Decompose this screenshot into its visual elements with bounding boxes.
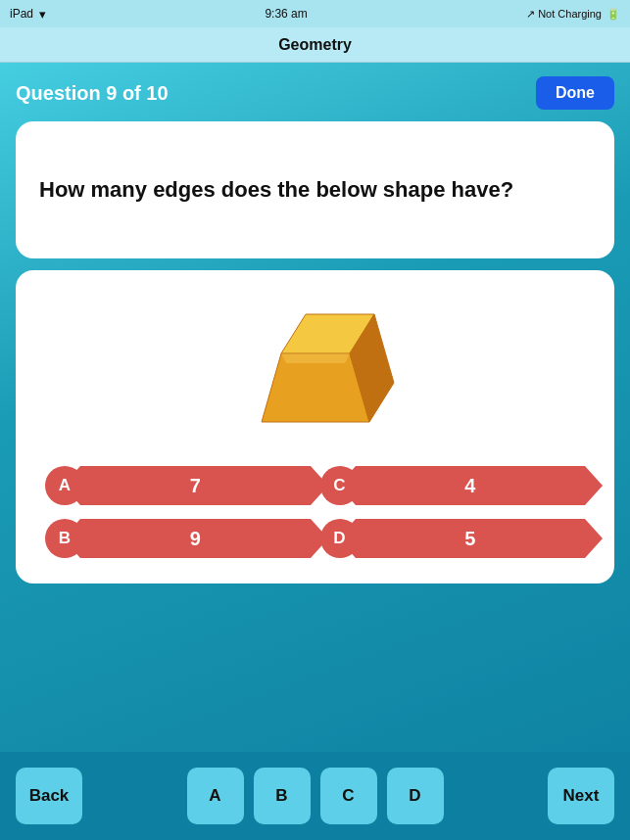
- geometry-shape: [232, 295, 399, 442]
- wifi-icon: ▾: [39, 7, 46, 22]
- option-b-circle: B: [45, 519, 84, 558]
- option-d-body: 5: [356, 519, 586, 558]
- status-left: iPad ▾: [10, 7, 46, 22]
- answer-card: A 7 C 4 B 9 D: [16, 270, 614, 583]
- main-content: Question 9 of 10 Done How many edges doe…: [0, 63, 630, 597]
- option-a-value: 7: [190, 475, 201, 497]
- options-grid: A 7 C 4 B 9 D: [35, 464, 595, 560]
- shape-container: [227, 290, 404, 446]
- option-c-value: 4: [464, 475, 475, 497]
- question-label: Question 9 of 10: [16, 82, 169, 105]
- back-button[interactable]: Back: [16, 768, 82, 824]
- option-a-body: 7: [80, 466, 311, 505]
- option-a-ribbon[interactable]: A 7: [45, 464, 311, 507]
- option-b-body: 9: [80, 519, 311, 558]
- done-button[interactable]: Done: [536, 76, 614, 110]
- answer-a-button[interactable]: A: [187, 768, 244, 824]
- option-d-circle: D: [320, 519, 360, 558]
- option-c-body: 4: [356, 466, 586, 505]
- status-time: 9:36 am: [265, 7, 307, 21]
- answer-buttons: A B C D: [187, 768, 444, 824]
- carrier-label: iPad: [10, 7, 33, 21]
- answer-c-button[interactable]: C: [320, 768, 377, 824]
- svg-marker-3: [281, 353, 350, 363]
- nav-bar: Geometry: [0, 27, 630, 63]
- option-a-circle: A: [45, 466, 84, 505]
- status-right: ↗ Not Charging 🔋: [526, 8, 620, 21]
- question-card: How many edges does the below shape have…: [16, 121, 614, 258]
- location-label: ↗ Not Charging: [526, 8, 602, 21]
- answer-d-button[interactable]: D: [387, 768, 444, 824]
- nav-title: Geometry: [278, 36, 352, 54]
- status-bar: iPad ▾ 9:36 am ↗ Not Charging 🔋: [0, 0, 630, 27]
- option-b-ribbon[interactable]: B 9: [45, 517, 311, 560]
- option-b-value: 9: [190, 528, 201, 550]
- bottom-toolbar: Back A B C D Next: [0, 752, 630, 840]
- option-d-ribbon[interactable]: D 5: [320, 517, 586, 560]
- question-text: How many edges does the below shape have…: [39, 175, 513, 206]
- option-d-value: 5: [464, 528, 475, 550]
- next-button[interactable]: Next: [548, 768, 614, 824]
- option-c-ribbon[interactable]: C 4: [320, 464, 586, 507]
- question-header: Question 9 of 10 Done: [16, 76, 614, 110]
- option-c-circle: C: [320, 466, 360, 505]
- battery-icon: 🔋: [606, 8, 620, 21]
- answer-b-button[interactable]: B: [254, 768, 311, 824]
